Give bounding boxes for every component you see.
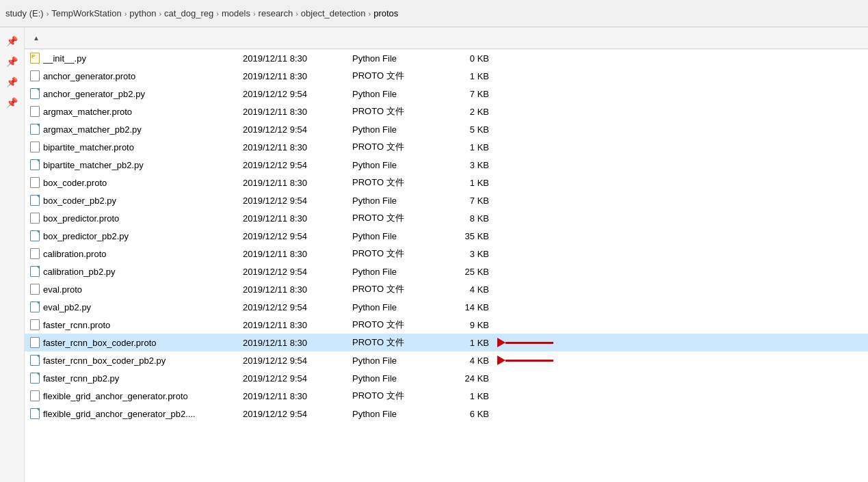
- table-row[interactable]: faster_rcnn_box_coder_pb2.py 2019/12/12 …: [25, 351, 868, 369]
- file-date: 2019/12/11 8:30: [243, 249, 352, 259]
- file-type: PROTO 文件: [352, 319, 434, 331]
- file-type: PROTO 文件: [352, 336, 434, 349]
- file-name: box_predictor.proto: [43, 213, 243, 224]
- file-name: argmax_matcher_pb2.py: [43, 124, 243, 135]
- breadcrumb-sep-7: ›: [369, 10, 371, 18]
- file-list[interactable]: __init__.py 2019/12/11 8:30 Python File …: [25, 49, 868, 482]
- breadcrumb-sep-1: ›: [47, 10, 49, 18]
- table-row[interactable]: box_coder_pb2.py 2019/12/12 9:54 Python …: [25, 191, 868, 209]
- py-file-icon: [30, 195, 40, 206]
- breadcrumb-sep-2: ›: [124, 10, 127, 18]
- breadcrumb-sep-3: ›: [159, 10, 161, 18]
- breadcrumb-item-protos[interactable]: protos: [373, 8, 398, 18]
- file-type: Python File: [352, 356, 434, 366]
- column-header: ▲: [25, 27, 868, 49]
- sidebar: 📌 📌 📌 📌: [0, 27, 25, 482]
- pin-icon-2[interactable]: 📌: [4, 53, 21, 70]
- file-size: 1 KB: [434, 71, 489, 81]
- file-size: 0 KB: [434, 53, 489, 64]
- file-size: 3 KB: [434, 160, 489, 170]
- file-size: 4 KB: [434, 356, 489, 366]
- table-row[interactable]: argmax_matcher.proto 2019/12/11 8:30 PRO…: [25, 103, 868, 120]
- file-date: 2019/12/11 8:30: [243, 320, 352, 330]
- file-size: 6 KB: [434, 409, 489, 419]
- file-name: faster_rcnn_box_coder.proto: [43, 338, 243, 348]
- red-arrow-annotation: [497, 338, 553, 347]
- pin-icon-3[interactable]: 📌: [4, 74, 21, 90]
- file-date: 2019/12/11 8:30: [243, 142, 352, 152]
- table-row[interactable]: bipartite_matcher.proto 2019/12/11 8:30 …: [25, 138, 868, 156]
- table-row[interactable]: bipartite_matcher_pb2.py 2019/12/12 9:54…: [25, 156, 868, 174]
- file-name: box_predictor_pb2.py: [43, 231, 243, 241]
- table-row[interactable]: faster_rcnn_pb2.py 2019/12/12 9:54 Pytho…: [25, 369, 868, 387]
- breadcrumb-item-research[interactable]: research: [259, 8, 293, 18]
- table-row[interactable]: argmax_matcher_pb2.py 2019/12/12 9:54 Py…: [25, 120, 868, 138]
- table-row[interactable]: __init__.py 2019/12/11 8:30 Python File …: [25, 49, 868, 67]
- file-size: 24 KB: [434, 373, 489, 384]
- breadcrumb-sep-6: ›: [295, 10, 298, 18]
- file-size: 9 KB: [434, 320, 489, 330]
- red-arrow-annotation-2: [497, 356, 553, 365]
- file-name: bipartite_matcher.proto: [43, 142, 243, 152]
- file-name: anchor_generator_pb2.py: [43, 89, 243, 99]
- file-date: 2019/12/12 9:54: [243, 409, 352, 419]
- table-row[interactable]: box_predictor.proto 2019/12/11 8:30 PROT…: [25, 209, 868, 227]
- file-date: 2019/12/11 8:30: [243, 178, 352, 188]
- breadcrumb-item-objectdetection[interactable]: object_detection: [301, 8, 366, 18]
- file-name: eval.proto: [43, 284, 243, 295]
- py-file-icon: [30, 373, 40, 384]
- table-row[interactable]: eval.proto 2019/12/11 8:30 PROTO 文件 4 KB: [25, 280, 868, 298]
- file-type: PROTO 文件: [352, 141, 434, 153]
- breadcrumb-sep-5: ›: [253, 10, 256, 18]
- sort-arrow-icon: ▲: [33, 34, 40, 42]
- file-type: PROTO 文件: [352, 390, 434, 402]
- proto-file-icon: [30, 248, 40, 259]
- file-size: 3 KB: [434, 249, 489, 259]
- file-size: 8 KB: [434, 213, 489, 224]
- py-file-icon: [30, 302, 40, 312]
- file-type: Python File: [352, 124, 434, 135]
- breadcrumb-item-tempworkstation[interactable]: TempWorkStation: [51, 8, 121, 18]
- table-row[interactable]: faster_rcnn_box_coder.proto 2019/12/11 8…: [25, 334, 868, 351]
- table-row[interactable]: box_predictor_pb2.py 2019/12/12 9:54 Pyt…: [25, 227, 868, 245]
- file-size: 5 KB: [434, 124, 489, 135]
- file-type: Python File: [352, 160, 434, 170]
- file-name: faster_rcnn_box_coder_pb2.py: [43, 356, 243, 366]
- breadcrumb-item-models[interactable]: models: [222, 8, 250, 18]
- pin-icon-4[interactable]: 📌: [4, 94, 21, 111]
- file-type: Python File: [352, 302, 434, 312]
- file-date: 2019/12/11 8:30: [243, 391, 352, 401]
- breadcrumb-item-python[interactable]: python: [129, 8, 156, 18]
- table-row[interactable]: eval_pb2.py 2019/12/12 9:54 Python File …: [25, 298, 868, 316]
- table-row[interactable]: flexible_grid_anchor_generator.proto 201…: [25, 387, 868, 405]
- py-file-icon: [30, 159, 40, 170]
- file-type: PROTO 文件: [352, 70, 434, 82]
- file-date: 2019/12/11 8:30: [243, 71, 352, 81]
- file-name: bipartite_matcher_pb2.py: [43, 160, 243, 170]
- file-date: 2019/12/12 9:54: [243, 356, 352, 366]
- file-area: ▲ __init__.py 2019/12/11 8:30 Python Fil…: [25, 27, 868, 482]
- file-name: box_coder.proto: [43, 178, 243, 188]
- table-row[interactable]: flexible_grid_anchor_generator_pb2.... 2…: [25, 405, 868, 423]
- pin-icon-1[interactable]: 📌: [4, 33, 21, 49]
- file-size: 1 KB: [434, 338, 489, 348]
- breadcrumb-item-study[interactable]: study (E:): [5, 8, 44, 18]
- col-header-name[interactable]: ▲: [30, 34, 249, 42]
- table-row[interactable]: faster_rcnn.proto 2019/12/11 8:30 PROTO …: [25, 316, 868, 334]
- table-row[interactable]: calibration_pb2.py 2019/12/12 9:54 Pytho…: [25, 263, 868, 280]
- file-type: Python File: [352, 409, 434, 419]
- table-row[interactable]: anchor_generator.proto 2019/12/11 8:30 P…: [25, 67, 868, 85]
- breadcrumb-item-catdogreg[interactable]: cat_dog_reg: [164, 8, 213, 18]
- file-name: calibration.proto: [43, 249, 243, 259]
- file-type: PROTO 文件: [352, 105, 434, 118]
- table-row[interactable]: calibration.proto 2019/12/11 8:30 PROTO …: [25, 245, 868, 263]
- proto-file-icon: [30, 319, 40, 330]
- file-date: 2019/12/12 9:54: [243, 267, 352, 277]
- proto-file-icon: [30, 70, 40, 81]
- proto-file-icon: [30, 390, 40, 401]
- file-size: 25 KB: [434, 267, 489, 277]
- file-name: flexible_grid_anchor_generator.proto: [43, 391, 243, 401]
- table-row[interactable]: box_coder.proto 2019/12/11 8:30 PROTO 文件…: [25, 174, 868, 191]
- py-file-icon: [30, 230, 40, 241]
- table-row[interactable]: anchor_generator_pb2.py 2019/12/12 9:54 …: [25, 85, 868, 103]
